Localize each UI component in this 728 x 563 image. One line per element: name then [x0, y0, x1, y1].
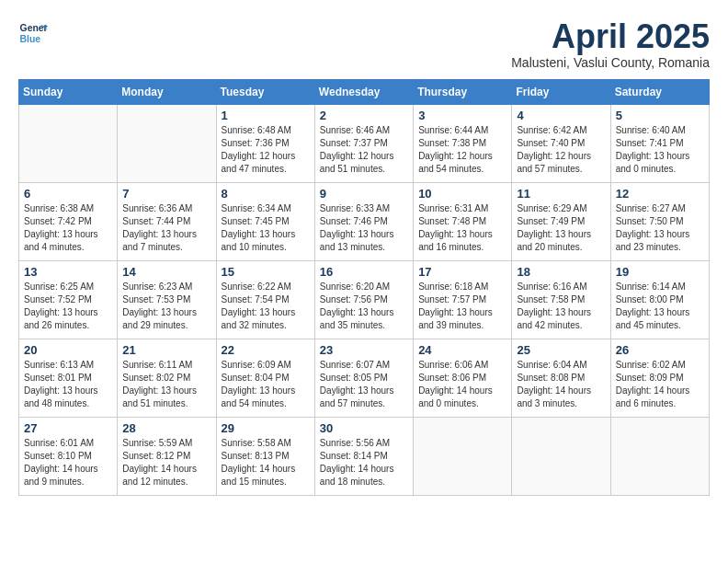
calendar-week-5: 27Sunrise: 6:01 AM Sunset: 8:10 PM Dayli… [19, 417, 710, 495]
header-monday: Monday [118, 79, 216, 104]
calendar-week-1: 1Sunrise: 6:48 AM Sunset: 7:36 PM Daylig… [19, 104, 710, 182]
day-info: Sunrise: 6:06 AM Sunset: 8:06 PM Dayligh… [418, 359, 506, 410]
day-number: 25 [517, 343, 605, 357]
day-number: 24 [418, 343, 506, 357]
calendar-cell: 28Sunrise: 5:59 AM Sunset: 8:12 PM Dayli… [118, 417, 216, 495]
day-info: Sunrise: 6:23 AM Sunset: 7:53 PM Dayligh… [122, 281, 210, 332]
day-info: Sunrise: 6:31 AM Sunset: 7:48 PM Dayligh… [418, 202, 506, 254]
day-info: Sunrise: 6:20 AM Sunset: 7:56 PM Dayligh… [320, 281, 408, 332]
svg-text:General: General [20, 23, 48, 33]
calendar-cell: 19Sunrise: 6:14 AM Sunset: 8:00 PM Dayli… [610, 260, 709, 339]
day-info: Sunrise: 5:58 AM Sunset: 8:13 PM Dayligh… [222, 437, 310, 488]
day-number: 2 [320, 109, 408, 122]
day-number: 8 [222, 187, 310, 201]
calendar-cell: 8Sunrise: 6:34 AM Sunset: 7:45 PM Daylig… [216, 182, 314, 260]
day-info: Sunrise: 6:07 AM Sunset: 8:05 PM Dayligh… [320, 359, 408, 410]
calendar-cell: 3Sunrise: 6:44 AM Sunset: 7:38 PM Daylig… [414, 104, 512, 182]
calendar-cell: 2Sunrise: 6:46 AM Sunset: 7:37 PM Daylig… [314, 104, 413, 182]
calendar-cell: 6Sunrise: 6:38 AM Sunset: 7:42 PM Daylig… [19, 182, 118, 260]
day-info: Sunrise: 6:16 AM Sunset: 7:58 PM Dayligh… [517, 281, 605, 332]
calendar-cell: 14Sunrise: 6:23 AM Sunset: 7:53 PM Dayli… [118, 260, 216, 339]
logo: General Blue [18, 18, 48, 48]
calendar-cell: 10Sunrise: 6:31 AM Sunset: 7:48 PM Dayli… [414, 182, 512, 260]
day-info: Sunrise: 5:59 AM Sunset: 8:12 PM Dayligh… [122, 437, 210, 488]
day-info: Sunrise: 6:01 AM Sunset: 8:10 PM Dayligh… [24, 437, 112, 488]
svg-text:Blue: Blue [20, 34, 41, 44]
calendar-week-2: 6Sunrise: 6:38 AM Sunset: 7:42 PM Daylig… [19, 182, 710, 260]
calendar-cell: 30Sunrise: 5:56 AM Sunset: 8:14 PM Dayli… [314, 417, 413, 495]
day-number: 15 [222, 265, 310, 279]
header-sunday: Sunday [19, 79, 118, 104]
day-info: Sunrise: 5:56 AM Sunset: 8:14 PM Dayligh… [320, 437, 408, 488]
day-number: 4 [517, 109, 605, 122]
calendar-cell [19, 104, 118, 182]
day-info: Sunrise: 6:04 AM Sunset: 8:08 PM Dayligh… [517, 359, 605, 410]
day-info: Sunrise: 6:29 AM Sunset: 7:49 PM Dayligh… [517, 202, 605, 254]
day-info: Sunrise: 6:27 AM Sunset: 7:50 PM Dayligh… [616, 202, 704, 254]
calendar-cell: 20Sunrise: 6:13 AM Sunset: 8:01 PM Dayli… [19, 339, 118, 417]
day-number: 19 [616, 265, 704, 279]
day-number: 3 [418, 109, 506, 122]
day-number: 21 [122, 343, 210, 357]
calendar-cell: 12Sunrise: 6:27 AM Sunset: 7:50 PM Dayli… [610, 182, 709, 260]
calendar-cell: 9Sunrise: 6:33 AM Sunset: 7:46 PM Daylig… [314, 182, 413, 260]
day-info: Sunrise: 6:25 AM Sunset: 7:52 PM Dayligh… [24, 281, 112, 332]
header-saturday: Saturday [610, 79, 709, 104]
day-number: 20 [24, 343, 112, 357]
calendar-cell: 24Sunrise: 6:06 AM Sunset: 8:06 PM Dayli… [414, 339, 512, 417]
calendar-cell: 15Sunrise: 6:22 AM Sunset: 7:54 PM Dayli… [216, 260, 314, 339]
header-friday: Friday [512, 79, 610, 104]
day-info: Sunrise: 6:14 AM Sunset: 8:00 PM Dayligh… [616, 281, 704, 332]
calendar-cell: 27Sunrise: 6:01 AM Sunset: 8:10 PM Dayli… [19, 417, 118, 495]
calendar-cell: 23Sunrise: 6:07 AM Sunset: 8:05 PM Dayli… [314, 339, 413, 417]
day-number: 30 [320, 421, 408, 435]
logo-icon: General Blue [18, 18, 48, 48]
day-number: 7 [122, 187, 210, 201]
day-number: 27 [24, 421, 112, 435]
day-number: 23 [320, 343, 408, 357]
header-tuesday: Tuesday [216, 79, 314, 104]
calendar-cell: 1Sunrise: 6:48 AM Sunset: 7:36 PM Daylig… [216, 104, 314, 182]
day-number: 17 [418, 265, 506, 279]
day-info: Sunrise: 6:44 AM Sunset: 7:38 PM Dayligh… [418, 124, 506, 176]
day-info: Sunrise: 6:48 AM Sunset: 7:36 PM Dayligh… [222, 124, 310, 176]
day-number: 26 [616, 343, 704, 357]
day-number: 22 [222, 343, 310, 357]
calendar-header-row: SundayMondayTuesdayWednesdayThursdayFrid… [19, 79, 710, 104]
day-info: Sunrise: 6:13 AM Sunset: 8:01 PM Dayligh… [24, 359, 112, 410]
day-info: Sunrise: 6:33 AM Sunset: 7:46 PM Dayligh… [320, 202, 408, 254]
day-number: 14 [122, 265, 210, 279]
day-number: 18 [517, 265, 605, 279]
calendar-cell: 29Sunrise: 5:58 AM Sunset: 8:13 PM Dayli… [216, 417, 314, 495]
calendar-cell: 11Sunrise: 6:29 AM Sunset: 7:49 PM Dayli… [512, 182, 610, 260]
day-info: Sunrise: 6:18 AM Sunset: 7:57 PM Dayligh… [418, 281, 506, 332]
day-info: Sunrise: 6:09 AM Sunset: 8:04 PM Dayligh… [222, 359, 310, 410]
day-number: 29 [222, 421, 310, 435]
calendar-cell: 18Sunrise: 6:16 AM Sunset: 7:58 PM Dayli… [512, 260, 610, 339]
calendar-cell [512, 417, 610, 495]
day-number: 13 [24, 265, 112, 279]
calendar-cell: 7Sunrise: 6:36 AM Sunset: 7:44 PM Daylig… [118, 182, 216, 260]
header-thursday: Thursday [414, 79, 512, 104]
day-number: 12 [616, 187, 704, 201]
day-number: 11 [517, 187, 605, 201]
calendar-week-4: 20Sunrise: 6:13 AM Sunset: 8:01 PM Dayli… [19, 339, 710, 417]
day-info: Sunrise: 6:11 AM Sunset: 8:02 PM Dayligh… [122, 359, 210, 410]
calendar-cell: 17Sunrise: 6:18 AM Sunset: 7:57 PM Dayli… [414, 260, 512, 339]
day-info: Sunrise: 6:46 AM Sunset: 7:37 PM Dayligh… [320, 124, 408, 176]
page-header: General Blue April 2025 Malusteni, Vaslu… [18, 18, 710, 70]
day-info: Sunrise: 6:40 AM Sunset: 7:41 PM Dayligh… [616, 124, 704, 176]
day-info: Sunrise: 6:34 AM Sunset: 7:45 PM Dayligh… [222, 202, 310, 254]
day-number: 9 [320, 187, 408, 201]
location-subtitle: Malusteni, Vaslui County, Romania [511, 55, 710, 70]
day-info: Sunrise: 6:38 AM Sunset: 7:42 PM Dayligh… [24, 202, 112, 254]
day-number: 5 [616, 109, 704, 122]
calendar-cell [414, 417, 512, 495]
calendar-week-3: 13Sunrise: 6:25 AM Sunset: 7:52 PM Dayli… [19, 260, 710, 339]
day-info: Sunrise: 6:36 AM Sunset: 7:44 PM Dayligh… [122, 202, 210, 254]
day-info: Sunrise: 6:22 AM Sunset: 7:54 PM Dayligh… [222, 281, 310, 332]
calendar-cell: 4Sunrise: 6:42 AM Sunset: 7:40 PM Daylig… [512, 104, 610, 182]
day-info: Sunrise: 6:02 AM Sunset: 8:09 PM Dayligh… [616, 359, 704, 410]
calendar-cell: 21Sunrise: 6:11 AM Sunset: 8:02 PM Dayli… [118, 339, 216, 417]
calendar-cell: 26Sunrise: 6:02 AM Sunset: 8:09 PM Dayli… [610, 339, 709, 417]
